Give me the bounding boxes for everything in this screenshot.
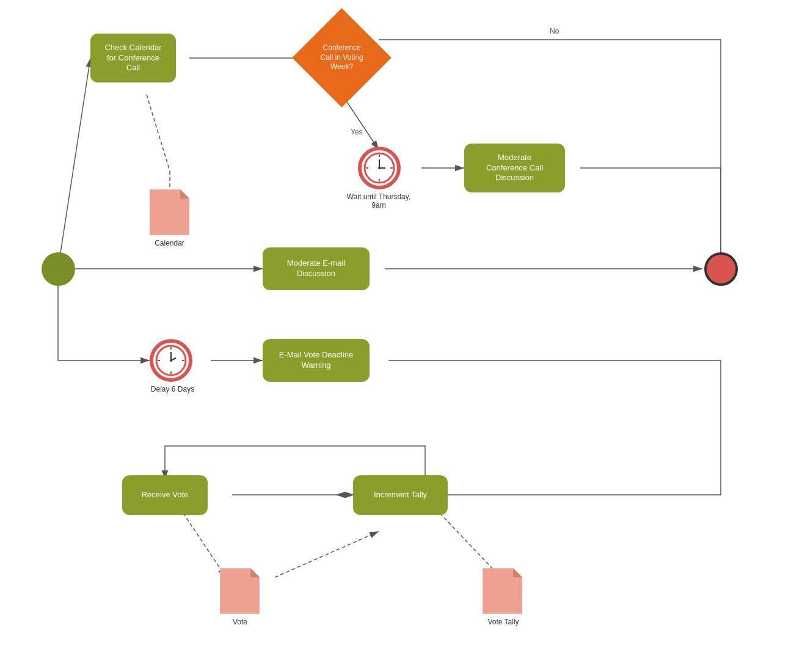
moderate-conf-task: Moderate Conference Call Discussion (464, 144, 565, 192)
diagram-container: Yes No Check (0, 0, 802, 672)
wait-until-clock (358, 147, 401, 189)
increment-tally-label: Increment Tally (374, 490, 427, 500)
decision-label: ConferenceCall in VotingWeek? (307, 40, 377, 75)
svg-text:Yes: Yes (351, 128, 363, 136)
svg-line-5 (342, 95, 379, 150)
delay-label: Delay 6 Days (147, 385, 199, 393)
receive-vote-task: Receive Vote (122, 475, 208, 515)
vote-label: Vote (219, 618, 261, 626)
svg-line-13 (147, 95, 170, 171)
vote-tally-label: Vote Tally (479, 618, 527, 626)
increment-tally-task: Increment Tally (353, 475, 448, 515)
check-calendar-label: Check Calendar for Conference Call (104, 43, 161, 74)
calendar-label: Calendar (147, 239, 192, 247)
receive-vote-label: Receive Vote (142, 490, 189, 500)
svg-line-3 (58, 58, 90, 269)
moderate-email-label: Moderate E-mail Discussion (287, 258, 345, 279)
calendar-doc: Calendar (150, 189, 195, 246)
svg-marker-35 (180, 189, 189, 199)
moderate-conf-label: Moderate Conference Call Discussion (486, 153, 543, 184)
email-deadline-label: E-Mail Vote Deadline Warning (279, 350, 353, 371)
check-calendar-task: Check Calendar for Conference Call (90, 34, 176, 82)
end-node (704, 252, 738, 286)
delay-clock (150, 339, 192, 382)
vote-tally-doc: Vote Tally (483, 568, 530, 625)
start-node (42, 252, 75, 286)
email-deadline-task: E-Mail Vote Deadline Warning (263, 339, 370, 382)
svg-marker-37 (250, 568, 260, 577)
vote-doc: Vote (220, 568, 263, 625)
moderate-email-task: Moderate E-mail Discussion (263, 247, 370, 290)
svg-line-16 (275, 531, 379, 577)
wait-until-label: Wait until Thursday, 9am (345, 192, 412, 210)
svg-text:No: No (550, 27, 560, 35)
svg-marker-39 (513, 568, 522, 577)
conference-call-decision: ConferenceCall in VotingWeek? (292, 8, 392, 108)
